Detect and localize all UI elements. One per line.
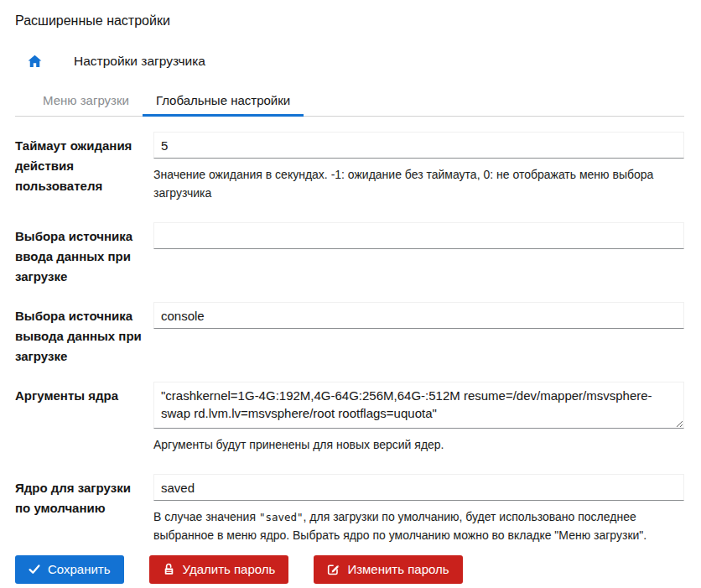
change-password-button[interactable]: Изменить пароль bbox=[314, 555, 462, 584]
timeout-label: Таймаут ожидания действия пользователя bbox=[15, 132, 153, 202]
remove-password-button-label: Удалить пароль bbox=[183, 562, 276, 576]
output-source-label: Выбора источника вывода данных при загру… bbox=[15, 302, 153, 367]
kernel-args-label: Аргументы ядра bbox=[15, 382, 153, 454]
bootloader-settings-form: Таймаут ожидания действия пользователя З… bbox=[15, 132, 684, 584]
timeout-input[interactable] bbox=[153, 132, 684, 159]
input-source-label: Выбора источника ввода данных при загруз… bbox=[15, 222, 153, 287]
home-icon[interactable] bbox=[28, 55, 42, 68]
advanced-settings-page: Расширенные настройки Настройки загрузчи… bbox=[0, 0, 701, 588]
action-bar: Сохранить Удалить пароль bbox=[15, 555, 684, 584]
form-row-output-source: Выбора источника вывода данных при загру… bbox=[15, 302, 684, 367]
kernel-args-help: Аргументы будут приненены для новых верс… bbox=[153, 435, 673, 454]
breadcrumb: Настройки загрузчика bbox=[28, 54, 684, 69]
kernel-args-textarea[interactable]: "crashkernel=1G-4G:192M,4G-64G:256M,64G-… bbox=[153, 382, 684, 429]
save-button[interactable]: Сохранить bbox=[15, 555, 124, 584]
form-row-default-kernel: Ядро для загрузки по умолчанию В случае … bbox=[15, 474, 684, 544]
form-row-kernel-args: Аргументы ядра "crashkernel=1G-4G:192M,4… bbox=[15, 382, 684, 454]
remove-password-button[interactable]: Удалить пароль bbox=[149, 555, 289, 584]
tab-boot-menu[interactable]: Меню загрузки bbox=[29, 86, 143, 117]
default-kernel-help-before: В случае значения bbox=[153, 510, 259, 523]
save-button-label: Сохранить bbox=[48, 562, 111, 576]
default-kernel-label: Ядро для загрузки по умолчанию bbox=[15, 474, 153, 544]
tab-global-settings[interactable]: Глобальные настройки bbox=[143, 86, 304, 117]
check-icon bbox=[29, 564, 40, 575]
edit-icon bbox=[327, 563, 340, 575]
default-kernel-help-code: "saved" bbox=[259, 511, 304, 523]
form-row-timeout: Таймаут ожидания действия пользователя З… bbox=[15, 132, 684, 202]
output-source-input[interactable] bbox=[153, 302, 684, 329]
default-kernel-help: В случае значения "saved", для загрузки … bbox=[153, 507, 673, 544]
unlock-icon bbox=[163, 563, 175, 575]
breadcrumb-current-page: Настройки загрузчика bbox=[74, 54, 205, 69]
timeout-help: Значение ожидания в секундах. -1: ожидан… bbox=[153, 165, 673, 202]
tab-bar: Меню загрузки Глобальные настройки bbox=[15, 86, 684, 117]
change-password-button-label: Изменить пароль bbox=[347, 562, 449, 576]
form-row-input-source: Выбора источника ввода данных при загруз… bbox=[15, 222, 684, 287]
page-title: Расширенные настройки bbox=[15, 13, 684, 29]
input-source-input[interactable] bbox=[153, 222, 684, 249]
default-kernel-input[interactable] bbox=[153, 474, 684, 501]
